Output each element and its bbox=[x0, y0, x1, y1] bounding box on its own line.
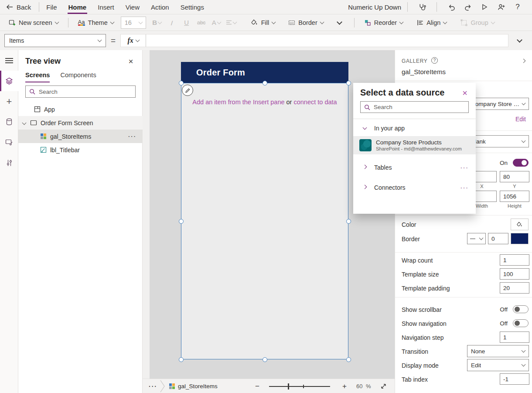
formula-input[interactable] bbox=[146, 34, 508, 47]
layout-dropdown[interactable]: Blank bbox=[467, 135, 529, 147]
visible-toggle[interactable] bbox=[513, 159, 529, 167]
display-mode-dropdown[interactable]: Edit bbox=[467, 359, 529, 371]
left-navigation-rail: + bbox=[0, 50, 18, 393]
show-scrollbar-toggle[interactable] bbox=[513, 305, 529, 313]
redo-button[interactable] bbox=[460, 1, 476, 13]
breadcrumb-more-button[interactable]: ··· bbox=[149, 379, 157, 393]
tab-screens[interactable]: Screens bbox=[25, 72, 50, 82]
zoom-slider-thumb[interactable] bbox=[288, 383, 289, 390]
menu-insert[interactable]: Insert bbox=[97, 0, 115, 14]
transition-dropdown[interactable]: None bbox=[467, 345, 529, 357]
breadcrumb-control-name[interactable]: gal_StoreItems bbox=[178, 379, 218, 393]
menu-action[interactable]: Action bbox=[150, 0, 170, 14]
border-style-dropdown[interactable] bbox=[467, 233, 486, 244]
menu-settings[interactable]: Settings bbox=[180, 0, 205, 14]
wrap-count-input[interactable] bbox=[500, 254, 529, 266]
chevron-down-icon[interactable] bbox=[22, 121, 27, 125]
selection-handle[interactable] bbox=[263, 81, 267, 85]
edit-gallery-pencil-button[interactable] bbox=[182, 85, 193, 96]
rail-menu-button[interactable] bbox=[0, 50, 18, 71]
item-more-button[interactable]: ··· bbox=[128, 133, 136, 140]
tab-index-input[interactable] bbox=[500, 373, 529, 385]
tab-components[interactable]: Components bbox=[60, 72, 96, 82]
tree-item-screen[interactable]: Order Form Screen bbox=[18, 116, 143, 130]
selection-handle[interactable] bbox=[346, 81, 351, 85]
show-navigation-toggle[interactable] bbox=[513, 319, 529, 327]
selection-handle[interactable] bbox=[179, 81, 184, 85]
new-screen-button[interactable]: New screen bbox=[5, 16, 62, 29]
strikethrough-button[interactable]: abc bbox=[194, 16, 209, 29]
bold-button[interactable]: B bbox=[150, 16, 164, 29]
data-source-item-company-store-products[interactable]: Company Store Products SharePoint - md@m… bbox=[353, 136, 476, 154]
tables-group[interactable]: Tables ··· bbox=[353, 161, 476, 174]
height-input[interactable] bbox=[500, 191, 529, 202]
rail-data-button[interactable] bbox=[0, 112, 18, 132]
selection-handle[interactable] bbox=[263, 357, 267, 362]
tree-item-label-control[interactable]: lbl_Titlebar bbox=[18, 143, 143, 157]
flyout-close-button[interactable]: × bbox=[459, 87, 471, 99]
font-color-button[interactable]: A bbox=[209, 16, 224, 29]
zoom-slider-track[interactable] bbox=[269, 386, 330, 387]
group-button[interactable]: Group bbox=[457, 16, 498, 29]
tree-item-gallery[interactable]: gal_StoreItems ··· bbox=[18, 130, 143, 143]
reorder-button[interactable]: Reorder bbox=[361, 16, 406, 29]
tree-item-app[interactable]: App bbox=[18, 103, 143, 116]
app-checker-button[interactable] bbox=[414, 1, 430, 13]
rail-advanced-tools-button[interactable] bbox=[0, 153, 18, 173]
theme-button[interactable]: Aa Theme bbox=[75, 16, 117, 29]
border-color-swatch[interactable] bbox=[511, 233, 529, 244]
border-button[interactable]: Border bbox=[285, 16, 327, 29]
underline-button[interactable]: U bbox=[179, 16, 194, 29]
italic-button[interactable]: I bbox=[164, 16, 180, 29]
text-align-button[interactable] bbox=[224, 16, 239, 29]
fx-button[interactable]: fx bbox=[121, 34, 146, 47]
rail-insert-button[interactable]: + bbox=[0, 91, 18, 112]
gallery-control[interactable] bbox=[181, 83, 348, 359]
tables-more-button[interactable]: ··· bbox=[460, 164, 469, 171]
share-button[interactable] bbox=[493, 1, 509, 13]
titlebar-label-control[interactable]: Order Form bbox=[181, 62, 348, 83]
fill-button[interactable]: Fill bbox=[247, 16, 279, 29]
rail-media-button[interactable] bbox=[0, 132, 18, 153]
template-padding-input[interactable] bbox=[500, 282, 529, 294]
selection-handle[interactable] bbox=[346, 219, 351, 224]
zoom-out-button[interactable]: − bbox=[255, 379, 259, 393]
back-button[interactable]: Back bbox=[6, 3, 31, 11]
insert-pane-link[interactable]: Add an item from the Insert pane bbox=[192, 99, 284, 106]
items-datasource-dropdown[interactable]: Company Store Prod... bbox=[467, 98, 529, 110]
selection-handle[interactable] bbox=[179, 357, 184, 362]
preview-play-button[interactable] bbox=[476, 1, 493, 13]
color-picker-button[interactable] bbox=[511, 219, 529, 230]
help-button[interactable]: ? bbox=[509, 1, 526, 13]
menu-view[interactable]: View bbox=[125, 0, 140, 14]
template-size-input[interactable] bbox=[500, 268, 529, 280]
tree-search-input[interactable] bbox=[39, 89, 132, 95]
menu-home[interactable]: Home bbox=[68, 0, 88, 14]
more-formatting-button[interactable] bbox=[331, 17, 348, 29]
rail-tree-view-button[interactable] bbox=[0, 71, 18, 91]
property-selector[interactable]: Items bbox=[4, 34, 106, 47]
expand-formula-bar-button[interactable] bbox=[511, 34, 528, 47]
in-your-app-section[interactable]: In your app bbox=[353, 121, 476, 135]
connect-to-data-link[interactable]: connect to data bbox=[293, 99, 337, 106]
connectors-more-button[interactable]: ··· bbox=[460, 185, 469, 191]
zoom-in-button[interactable]: + bbox=[342, 379, 347, 393]
align-button[interactable]: Align bbox=[413, 16, 450, 29]
edit-fields-link[interactable]: Edit bbox=[515, 116, 526, 123]
navigation-step-input[interactable] bbox=[500, 331, 529, 343]
connectors-group[interactable]: Connectors ··· bbox=[353, 181, 476, 195]
flyout-search-box[interactable] bbox=[360, 101, 469, 113]
tree-search-box[interactable] bbox=[25, 85, 136, 98]
panel-expand-chevron-icon[interactable] bbox=[522, 59, 526, 63]
undo-button[interactable] bbox=[443, 1, 460, 13]
menu-file[interactable]: File bbox=[45, 0, 58, 14]
selection-handle[interactable] bbox=[346, 357, 351, 362]
selection-handle[interactable] bbox=[179, 219, 184, 224]
border-weight-input[interactable] bbox=[488, 233, 508, 244]
position-y-input[interactable] bbox=[500, 171, 529, 182]
flyout-search-input[interactable] bbox=[374, 104, 465, 110]
help-circle-icon[interactable]: ? bbox=[431, 57, 438, 64]
font-size-select[interactable]: 16 bbox=[121, 17, 146, 29]
tree-view-close-button[interactable]: × bbox=[126, 56, 136, 67]
fit-to-window-icon[interactable] bbox=[380, 383, 387, 390]
